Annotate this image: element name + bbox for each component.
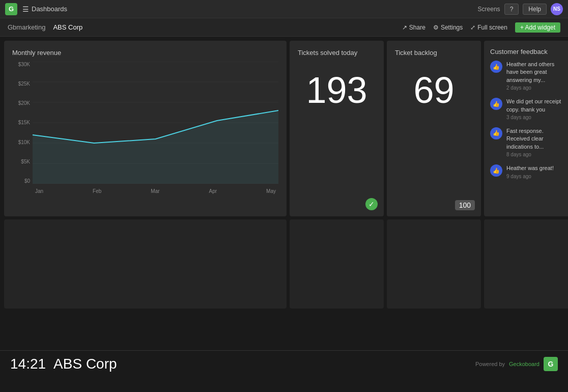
share-action[interactable]: ↗ Share — [402, 24, 425, 31]
tickets-today-title: Tickets solved today — [298, 49, 376, 57]
feedback-item-4: 👍 Heather was great! 9 days ago — [490, 164, 567, 179]
feedback-content-1: Heather and others have been great answe… — [506, 61, 567, 91]
feedback-time-1: 2 days ago — [506, 85, 567, 91]
tickets-today-value: 193 — [298, 72, 376, 108]
feedback-text-1: Heather and others have been great answe… — [506, 61, 567, 84]
feedback-text-4: Heather was great! — [506, 164, 554, 172]
feedback-item-2: 👍 We did get our receipt copy. thank you… — [490, 98, 567, 120]
check-icon: ✓ — [368, 200, 375, 208]
y-label-0: $0 — [24, 178, 30, 184]
footer-logo: G — [544, 357, 558, 371]
footer-right: Powered by Geckoboard G — [475, 357, 558, 371]
subbar-nav: Gbmarketing ABS Corp — [8, 23, 82, 31]
footer: 14:21 ABS Corp Powered by Geckoboard G — [0, 350, 568, 377]
y-label-5k: $5K — [21, 159, 30, 164]
check-badge: ✓ — [365, 198, 378, 210]
y-label-15k: $15K — [18, 120, 30, 125]
y-axis: $30K $25K $20K $15K $10K $5K $0 — [12, 62, 33, 184]
feedback-avatar-1: 👍 — [490, 61, 502, 73]
bottom-widget-3 — [387, 219, 481, 309]
monthly-revenue-widget: Monthly revenue $30K $25K $20K $15K $10K… — [4, 41, 287, 216]
feedback-item-1: 👍 Heather and others have been great ans… — [490, 61, 567, 91]
monthly-revenue-title: Monthly revenue — [12, 49, 278, 57]
thumbs-up-icon-1: 👍 — [493, 64, 500, 70]
powered-by-label: Powered by — [475, 361, 505, 367]
backlog-badge: 100 — [455, 200, 475, 210]
footer-logo-letter: G — [548, 360, 554, 368]
feedback-time-4: 9 days ago — [506, 174, 554, 179]
thumbs-up-icon-4: 👍 — [493, 167, 500, 174]
subbar-actions: ↗ Share ⚙ Settings ⤢ Full screen + Add w… — [402, 22, 560, 33]
topbar-left: G ☰ Dashboards — [5, 3, 67, 15]
dashboard: Monthly revenue $30K $25K $20K $15K $10K… — [0, 37, 568, 350]
x-label-feb: Feb — [93, 188, 101, 194]
topbar-dashboards[interactable]: ☰ Dashboards — [22, 5, 67, 13]
bottom-widget-2 — [290, 219, 384, 309]
y-label-30k: $30K — [18, 62, 30, 67]
avatar-initials: NS — [553, 6, 560, 12]
settings-action[interactable]: ⚙ Settings — [433, 24, 463, 31]
x-label-jan: Jan — [35, 188, 43, 194]
ticket-backlog-value: 69 — [395, 72, 473, 108]
chart-svg-container — [33, 62, 278, 184]
feedback-text-3: Fast response. Received clear indication… — [506, 127, 567, 151]
ticket-backlog-title: Ticket backlog — [395, 49, 473, 57]
y-label-20k: $20K — [18, 100, 30, 106]
feedback-avatar-3: 👍 — [490, 127, 502, 139]
revenue-chart-svg — [33, 62, 278, 184]
chart-area: $30K $25K $20K $15K $10K $5K $0 — [12, 62, 278, 194]
share-label: Share — [409, 24, 425, 31]
bottom-widget-4 — [484, 219, 568, 309]
user-avatar[interactable]: NS — [551, 3, 563, 15]
feedback-list: 👍 Heather and others have been great ans… — [490, 61, 567, 179]
thumbs-up-icon-2: 👍 — [493, 101, 500, 107]
help-button[interactable]: Help — [523, 4, 547, 15]
svg-marker-7 — [33, 110, 278, 184]
screens-label: Screens — [478, 6, 500, 13]
feedback-time-2: 3 days ago — [506, 115, 567, 120]
bottom-widget-1 — [4, 219, 287, 309]
topbar-logo[interactable]: G — [5, 3, 17, 15]
gbmarketing-link[interactable]: Gbmarketing — [8, 23, 45, 31]
feedback-avatar-2: 👍 — [490, 98, 502, 110]
topbar-right: Screens ? Help NS — [478, 3, 563, 15]
tickets-today-widget: Tickets solved today 193 ✓ — [290, 41, 384, 216]
thumbs-up-icon-3: 👍 — [493, 130, 500, 136]
fullscreen-icon: ⤢ — [470, 24, 475, 31]
settings-label: Settings — [441, 24, 463, 31]
x-axis: Jan Feb Mar Apr May — [33, 188, 278, 194]
y-label-25k: $25K — [18, 81, 30, 87]
feedback-content-3: Fast response. Received clear indication… — [506, 127, 567, 157]
abs-corp-link[interactable]: ABS Corp — [53, 23, 82, 31]
fullscreen-label: Full screen — [477, 24, 507, 31]
share-icon: ↗ — [402, 24, 407, 31]
topbar: G ☰ Dashboards Screens ? Help NS — [0, 0, 568, 18]
feedback-text-2: We did get our receipt copy. thank you — [506, 98, 567, 114]
footer-time: 14:21 — [10, 356, 46, 372]
feedback-content-4: Heather was great! 9 days ago — [506, 164, 554, 179]
fullscreen-action[interactable]: ⤢ Full screen — [470, 24, 507, 31]
x-label-apr: Apr — [209, 188, 217, 194]
y-label-10k: $10K — [18, 139, 30, 145]
footer-left: 14:21 ABS Corp — [10, 356, 117, 372]
customer-feedback-widget: Customer feedback 👍 Heather and others h… — [484, 41, 568, 216]
question-button[interactable]: ? — [504, 4, 519, 15]
ticket-backlog-widget: Ticket backlog 69 100 — [387, 41, 481, 216]
feedback-content-2: We did get our receipt copy. thank you 3… — [506, 98, 567, 120]
geckoboard-label: Geckoboard — [509, 361, 539, 367]
subbar: Gbmarketing ABS Corp ↗ Share ⚙ Settings … — [0, 18, 568, 37]
feedback-avatar-4: 👍 — [490, 164, 502, 177]
feedback-time-3: 8 days ago — [506, 152, 567, 157]
dashboards-label: Dashboards — [32, 5, 67, 13]
logo-letter: G — [9, 5, 14, 13]
add-widget-button[interactable]: + Add widget — [515, 22, 560, 33]
feedback-item-3: 👍 Fast response. Received clear indicati… — [490, 127, 567, 157]
customer-feedback-title: Customer feedback — [490, 48, 567, 55]
footer-company: ABS Corp — [53, 356, 117, 372]
hamburger-icon: ☰ — [22, 5, 29, 13]
x-label-mar: Mar — [151, 188, 159, 194]
gear-icon: ⚙ — [433, 24, 439, 31]
x-label-may: May — [266, 188, 276, 194]
